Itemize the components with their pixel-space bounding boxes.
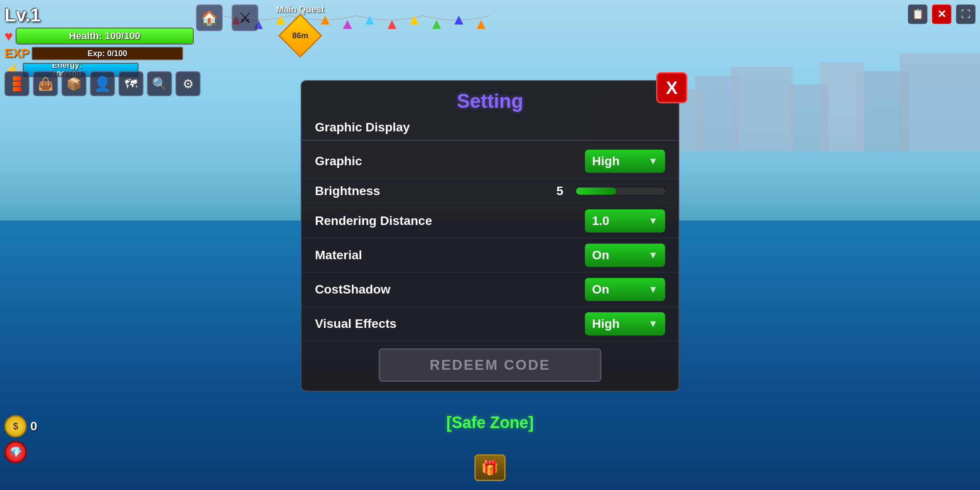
costshadow-dropdown[interactable]: On ▼ [585, 278, 665, 301]
close-x-icon: X [666, 79, 678, 97]
rendering-distance-label: Rendering Distance [315, 214, 585, 228]
visual-effects-row: Visual Effects High ▼ [302, 307, 678, 341]
graphic-value: High [592, 154, 620, 168]
brightness-slider-fill [576, 188, 616, 195]
costshadow-control: On ▼ [585, 278, 665, 301]
graphic-label: Graphic [315, 154, 585, 168]
material-value: On [592, 248, 609, 262]
redeem-code-button[interactable]: REDEEM CODE [379, 348, 601, 382]
visual-effects-label: Visual Effects [315, 317, 585, 331]
brightness-row: Brightness 5 [302, 179, 678, 204]
costshadow-row: CostShadow On ▼ [302, 273, 678, 307]
costshadow-label: CostShadow [315, 282, 585, 297]
material-row: Material On ▼ [302, 238, 678, 273]
costshadow-dropdown-arrow: ▼ [648, 284, 658, 295]
rendering-distance-row: Rendering Distance 1.0 ▼ [302, 204, 678, 238]
graphic-display-section-title: Graphic Display [302, 117, 678, 141]
rendering-distance-value: 1.0 [592, 214, 609, 228]
visual-effects-value: High [592, 317, 620, 331]
material-dropdown[interactable]: On ▼ [585, 244, 665, 267]
brightness-label: Brightness [315, 184, 556, 198]
visual-effects-control: High ▼ [585, 312, 665, 335]
rendering-distance-dropdown[interactable]: 1.0 ▼ [585, 209, 665, 233]
material-control: On ▼ [585, 244, 665, 267]
redeem-code-section: REDEEM CODE [302, 348, 678, 382]
graphic-dropdown[interactable]: High ▼ [585, 150, 665, 173]
rendering-distance-arrow: ▼ [648, 215, 658, 227]
graphic-control: High ▼ [585, 150, 665, 173]
material-label: Material [315, 248, 585, 262]
visual-effects-dropdown-arrow: ▼ [648, 318, 658, 330]
modal-title: Setting [302, 81, 678, 117]
rendering-distance-control: 1.0 ▼ [585, 209, 665, 233]
costshadow-value: On [592, 282, 609, 297]
settings-overlay: X Setting Graphic Display Graphic High ▼… [0, 0, 980, 490]
brightness-control: 5 [556, 184, 665, 198]
visual-effects-dropdown[interactable]: High ▼ [585, 312, 665, 335]
settings-modal: X Setting Graphic Display Graphic High ▼… [301, 80, 679, 392]
graphic-dropdown-arrow: ▼ [648, 155, 658, 167]
material-dropdown-arrow: ▼ [648, 249, 658, 261]
brightness-slider-track[interactable] [576, 188, 665, 195]
brightness-value: 5 [556, 184, 570, 198]
modal-close-button[interactable]: X [656, 72, 687, 103]
graphic-row: Graphic High ▼ [302, 144, 678, 179]
